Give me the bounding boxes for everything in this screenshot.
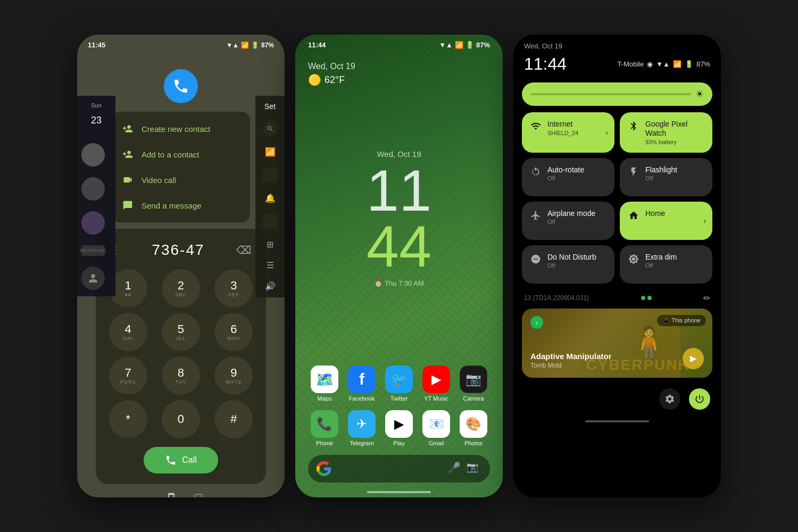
auto-rotate-tile[interactable]: Auto-rotate Off — [522, 158, 614, 196]
calendar-strip: Sun 23 RESERVED — [77, 96, 115, 296]
power-button[interactable] — [689, 388, 710, 410]
clock-hours: 11 — [367, 163, 431, 219]
flashlight-tile[interactable]: Flashlight Off — [620, 158, 712, 196]
facebook-label: Facebook — [349, 395, 375, 402]
telegram-icon: ✈ — [348, 410, 376, 438]
dot-2 — [647, 296, 652, 300]
media-content: Adaptive Manipulator Tomb Mold — [522, 309, 712, 378]
temperature: 62°F — [325, 74, 345, 86]
maps-icon: 🗺️ — [311, 365, 338, 393]
home-tile-icon — [628, 210, 639, 223]
rotate-tile-icon — [530, 167, 541, 180]
media-title: Adaptive Manipulator — [530, 352, 704, 361]
qs-nfc-icon: ◉ — [647, 60, 653, 68]
home-date: Wed, Oct 19 — [308, 62, 490, 71]
home-tile[interactable]: Home › — [620, 202, 712, 240]
dial-key-8[interactable]: 8 TUV — [162, 356, 200, 395]
dial-key-0[interactable]: 0 — [162, 400, 200, 438]
pixel-watch-tile[interactable]: Google Pixel Watch 93% battery — [620, 112, 712, 153]
dot-1 — [641, 296, 645, 300]
dial-key-2[interactable]: 2 ABC — [162, 269, 200, 307]
search-bar[interactable]: 🎤 📷 — [308, 455, 490, 483]
backspace-icon[interactable]: ⌫ — [236, 244, 251, 256]
add-to-contact-item[interactable]: Add to a contact — [112, 142, 250, 167]
extra-dim-tile[interactable]: Extra dim Off — [620, 245, 712, 284]
send-message-item[interactable]: Send a message — [112, 193, 250, 218]
brightness-slider[interactable]: ☀ — [522, 82, 712, 106]
create-contact-item[interactable]: Create new contact — [112, 116, 250, 142]
internet-text: Internet SHIELD_24 — [547, 120, 606, 136]
phone-app[interactable]: 📞 Phone — [309, 410, 340, 446]
battery-icon-1: 🔋 — [251, 41, 259, 49]
dim-name: Extra dim — [645, 253, 704, 262]
dial-key-hash[interactable]: # — [214, 400, 253, 438]
screenshot-button[interactable]: Screenshot — [154, 493, 189, 497]
dial-key-7[interactable]: 7 PQRS — [109, 356, 147, 395]
ytmusic-app[interactable]: ▶ YT Music — [420, 365, 452, 402]
time-display-1: 11:45 — [88, 41, 105, 49]
microphone-icon[interactable]: 🎤 — [447, 461, 462, 476]
airplane-tile[interactable]: Airplane mode Off — [522, 202, 614, 240]
maps-app[interactable]: 🗺️ Maps — [309, 365, 340, 402]
airplane-name: Airplane mode — [547, 209, 606, 218]
camera-app[interactable]: 📷 Camera — [458, 365, 489, 402]
dnd-tile[interactable]: Do Not Disturb Off — [522, 245, 614, 284]
video-call-item[interactable]: Video call — [112, 167, 250, 193]
dnd-tile-icon — [530, 254, 541, 267]
signal-icon-1: ▼▲ — [226, 41, 239, 49]
dim-tile-icon — [628, 254, 639, 267]
internet-arrow: › — [605, 128, 608, 137]
playstore-app[interactable]: ▶ Play — [383, 410, 415, 446]
search-strip-icon[interactable] — [263, 121, 278, 136]
clock-section: Wed, Oct 19 11 44 ⏰ Thu 7:30 AM — [304, 86, 494, 361]
edit-icon[interactable]: ✏ — [703, 293, 710, 303]
video-call-label: Video call — [142, 176, 176, 185]
dial-key-9[interactable]: 9 WXYZ — [214, 356, 253, 395]
facebook-app[interactable]: f Facebook — [346, 365, 378, 402]
ytmusic-label: YT Music — [424, 395, 448, 402]
dial-key-star[interactable]: * — [109, 400, 147, 438]
home-weather: 🟡 62°F — [308, 73, 490, 86]
select-button[interactable]: Select — [189, 493, 208, 497]
gmail-app[interactable]: 📧 Gmail — [420, 410, 452, 446]
media-player[interactable]: 🧍 CYBERPUNK ♪ 📱 This phone Adaptive Mani… — [522, 309, 712, 378]
create-contact-label: Create new contact — [142, 124, 210, 134]
qs-carrier: T-Mobile — [617, 60, 644, 68]
bell-strip-icon: 🔔 — [265, 193, 276, 203]
phone-dialer: 11:45 ▼▲ 📶 🔋 87% Sun 23 RESERVED Set — [77, 35, 285, 497]
dial-key-6[interactable]: 6 MNO — [214, 313, 253, 351]
settings-bottom-button[interactable] — [659, 388, 680, 410]
lens-icon[interactable]: 📷 — [467, 461, 481, 476]
dial-key-4[interactable]: 4 GHI — [109, 313, 147, 351]
dial-key-5[interactable]: 5 JKL — [162, 313, 200, 351]
phone-app-icon-2: 📞 — [311, 410, 338, 438]
telegram-app[interactable]: ✈ Telegram — [346, 410, 378, 446]
call-button[interactable]: Call — [144, 447, 218, 473]
twitter-app[interactable]: 🐦 Twitter — [383, 365, 415, 402]
dial-key-3[interactable]: 3 DEF — [214, 269, 253, 307]
home-text: Home — [645, 209, 704, 218]
battery-pct-1: 87% — [261, 41, 274, 49]
build-dots — [641, 296, 652, 300]
home-indicator-3 — [585, 420, 649, 422]
camera-icon: 📷 — [460, 365, 487, 393]
photos-app[interactable]: 🎨 Photos — [458, 410, 489, 446]
battery-pct-2: 87% — [476, 41, 490, 49]
profile-icon[interactable] — [81, 267, 105, 290]
status-bar-2: 11:44 ▼▲ 📶 🔋 87% — [304, 35, 494, 51]
maps-label: Maps — [318, 395, 332, 402]
pixel-watch-name: Google Pixel Watch — [645, 120, 704, 138]
weather-icon: 🟡 — [308, 73, 321, 86]
qs-grid: Internet SHIELD_24 › Google Pixel Watch … — [513, 112, 721, 284]
media-artist: Tomb Mold — [530, 362, 704, 369]
context-menu: Create new contact Add to a contact Vide… — [112, 112, 250, 222]
home-arrow: › — [703, 217, 706, 225]
battery-icon-2: 🔋 — [466, 41, 474, 49]
volume-strip-icon: 🔊 — [265, 281, 276, 291]
clock-minutes: 44 — [367, 219, 431, 275]
internet-tile[interactable]: Internet SHIELD_24 › — [522, 112, 614, 153]
signal-bar-icon: 📶 — [241, 41, 249, 49]
contact-avatar-2 — [81, 177, 105, 201]
app-row-1: 🗺️ Maps f Facebook 🐦 Twitter ▶ YT Music … — [304, 361, 494, 406]
battery-strip-icon — [263, 214, 278, 229]
